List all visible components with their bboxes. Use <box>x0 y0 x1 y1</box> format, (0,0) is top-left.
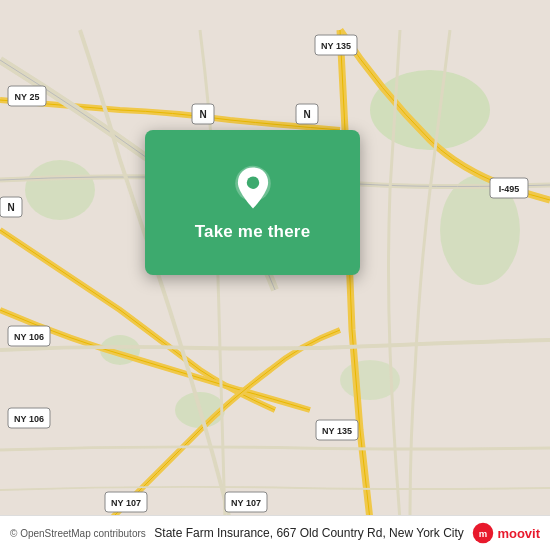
svg-text:m: m <box>479 528 487 539</box>
svg-text:N: N <box>7 202 14 213</box>
map-roads-svg: NY 25 NY 135 NY 135 I-495 NY 106 NY 106 … <box>0 0 550 550</box>
moovit-brand-label: moovit <box>497 526 540 541</box>
osm-credit-text: © OpenStreetMap contributors <box>10 528 146 539</box>
svg-text:N: N <box>303 109 310 120</box>
svg-text:NY 135: NY 135 <box>322 426 352 436</box>
svg-text:N: N <box>199 109 206 120</box>
svg-text:NY 106: NY 106 <box>14 414 44 424</box>
svg-point-30 <box>246 176 258 188</box>
bottom-bar: © OpenStreetMap contributors State Farm … <box>0 515 550 550</box>
svg-text:NY 25: NY 25 <box>15 92 40 102</box>
svg-text:NY 106: NY 106 <box>14 332 44 342</box>
svg-text:I-495: I-495 <box>499 184 520 194</box>
svg-text:NY 135: NY 135 <box>321 41 351 51</box>
svg-point-2 <box>25 160 95 220</box>
moovit-logo: m moovit <box>472 522 540 544</box>
map-pin-icon <box>229 164 277 212</box>
cta-label: Take me there <box>195 222 311 242</box>
moovit-brand-icon: m <box>472 522 494 544</box>
svg-text:NY 107: NY 107 <box>111 498 141 508</box>
svg-text:NY 107: NY 107 <box>231 498 261 508</box>
osm-credit: © OpenStreetMap contributors <box>10 528 146 539</box>
map-container: NY 25 NY 135 NY 135 I-495 NY 106 NY 106 … <box>0 0 550 550</box>
location-info: State Farm Insurance, 667 Old Country Rd… <box>154 526 465 540</box>
cta-card[interactable]: Take me there <box>145 130 360 275</box>
